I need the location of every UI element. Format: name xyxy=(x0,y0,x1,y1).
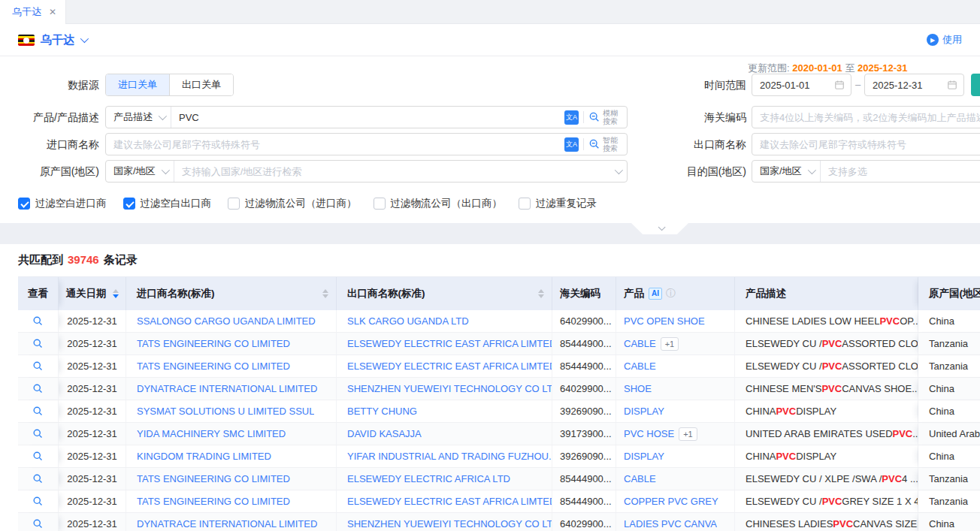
checkbox-icon[interactable] xyxy=(228,198,240,210)
importer-link[interactable]: DYNATRACE INTERNATIONAL LIMITED xyxy=(137,383,317,394)
product-link[interactable]: CABLE xyxy=(624,338,656,349)
checkbox-icon[interactable] xyxy=(18,198,30,210)
translate-icon[interactable]: 文A xyxy=(564,110,579,125)
exporter-input[interactable] xyxy=(752,134,980,155)
product-input[interactable] xyxy=(171,107,564,128)
view-cell[interactable] xyxy=(18,310,59,332)
view-cell[interactable] xyxy=(18,468,59,490)
collapse-panel-button[interactable] xyxy=(631,223,688,234)
product-link[interactable]: CABLE xyxy=(624,473,656,484)
importer-link[interactable]: TATS ENGINEERING CO LIMITED xyxy=(137,473,290,484)
checkbox-icon[interactable] xyxy=(374,198,386,210)
update-range-to: 2025-12-31 xyxy=(858,62,908,74)
quick-filter-icon[interactable] xyxy=(971,74,980,96)
importer-link[interactable]: TATS ENGINEERING CO LIMITED xyxy=(137,338,290,349)
importer-link[interactable]: KINGDOM TRADING LIMITED xyxy=(137,451,271,462)
view-cell[interactable] xyxy=(18,423,59,445)
smart-search-button[interactable]: 智能搜索 xyxy=(588,136,621,152)
view-detail-search-icon[interactable] xyxy=(32,473,44,484)
view-detail-search-icon[interactable] xyxy=(32,451,44,462)
importer-link[interactable]: DYNATRACE INTERNATIONAL LIMITED xyxy=(137,518,317,529)
view-detail-search-icon[interactable] xyxy=(32,496,44,507)
exporter-link[interactable]: SHENZHEN YUEWEIYI TECHNOLOGY CO LTD xyxy=(347,518,552,529)
col-date[interactable]: 通关日期 xyxy=(59,277,126,310)
close-icon[interactable]: ✕ xyxy=(49,7,56,17)
checkbox-icon[interactable] xyxy=(519,198,531,210)
product-link[interactable]: LADIES PVC CANVA xyxy=(624,518,717,529)
destination-type-select[interactable]: 国家/地区 xyxy=(752,161,821,182)
view-detail-search-icon[interactable] xyxy=(32,406,44,417)
product-link[interactable]: SHOE xyxy=(624,383,652,394)
filter-checkbox[interactable]: 过滤物流公司（出口商） xyxy=(374,197,503,210)
filter-checkbox[interactable]: 过滤重复记录 xyxy=(519,197,597,210)
country-name[interactable]: 乌干达 xyxy=(41,33,74,47)
sort-icon[interactable] xyxy=(538,289,544,298)
origin-label: 原产国(地区) xyxy=(0,160,99,183)
view-detail-search-icon[interactable] xyxy=(32,361,44,372)
product-link[interactable]: DISPLAY xyxy=(624,406,664,417)
date-to-input[interactable]: 2025-12-31 xyxy=(864,74,964,96)
exporter-link[interactable]: SHENZHEN YUEWEIYI TECHNOLOGY CO LTD xyxy=(347,383,552,394)
exporter-link[interactable]: ELSEWEDY ELECTRIC EAST AFRICA LIMTED xyxy=(347,496,552,507)
help-link[interactable]: ▶ 使用 xyxy=(927,33,962,47)
importer-link[interactable]: SSALONGO CARGO UGANDA LIMITED xyxy=(137,315,316,327)
view-cell[interactable] xyxy=(18,445,59,467)
product-link[interactable]: COPPER PVC GREY xyxy=(624,496,718,507)
tab-export-declarations[interactable]: 出口关单 xyxy=(170,74,233,95)
view-cell[interactable] xyxy=(18,513,59,531)
date-from-input[interactable]: 2025-01-01 xyxy=(752,74,851,96)
view-detail-search-icon[interactable] xyxy=(32,315,44,327)
filter-checkbox[interactable]: 过滤物流公司（进口商） xyxy=(228,197,357,210)
exporter-link[interactable]: SLK CARGO UGANDA LTD xyxy=(347,315,469,327)
importer-input[interactable] xyxy=(106,134,564,155)
update-range-joiner: 至 xyxy=(845,62,854,74)
view-detail-search-icon[interactable] xyxy=(32,383,44,394)
hs-code-input[interactable] xyxy=(752,107,980,128)
fuzzy-search-button[interactable]: 模糊搜索 xyxy=(588,109,621,125)
origin-cell: China xyxy=(918,445,980,467)
exporter-link[interactable]: ELSEWEDY ELECTRIC EAST AFRICA LIMTED xyxy=(347,338,552,349)
filter-checkbox[interactable]: 过滤空白进口商 xyxy=(18,197,107,210)
importer-link[interactable]: SYSMAT SOLUTIONS U LIMITED SSUL xyxy=(137,406,314,417)
exporter-link[interactable]: BETTY CHUNG xyxy=(347,406,417,417)
chevron-down-icon[interactable] xyxy=(80,35,89,43)
product-link[interactable]: DISPLAY xyxy=(624,451,664,462)
view-detail-search-icon[interactable] xyxy=(32,428,44,439)
view-detail-search-icon[interactable] xyxy=(32,338,44,349)
product-link[interactable]: PVC HOSE xyxy=(624,428,674,439)
importer-link[interactable]: TATS ENGINEERING CO LIMITED xyxy=(137,361,290,372)
product-type-select[interactable]: 产品描述 xyxy=(106,107,171,128)
exporter-link[interactable]: DAVID KASAJJA xyxy=(347,428,422,439)
description-cell: ELSEWEDY CU /PVC GREY SIZE 1 X 4... xyxy=(735,490,918,512)
destination-input[interactable] xyxy=(821,161,980,182)
view-cell[interactable] xyxy=(18,490,59,512)
col-exporter[interactable]: 出口商名称(标准) xyxy=(337,277,552,310)
tab-import-declarations[interactable]: 进口关单 xyxy=(106,74,170,95)
col-importer[interactable]: 进口商名称(标准) xyxy=(126,277,337,310)
importer-link[interactable]: YIDA MACHINERY SMC LIMITED xyxy=(137,428,286,439)
view-detail-search-icon[interactable] xyxy=(32,518,44,529)
hs-code-cell: 85444900... xyxy=(552,355,616,377)
view-cell[interactable] xyxy=(18,400,59,422)
exporter-link[interactable]: ELSEWEDY ELECTRIC AFRICA LTD xyxy=(347,473,510,484)
origin-input[interactable] xyxy=(174,161,615,182)
exporter-link[interactable]: ELSEWEDY ELECTRIC EAST AFRICA LIMTED xyxy=(347,361,552,372)
sort-icon[interactable] xyxy=(322,289,328,298)
view-cell[interactable] xyxy=(18,378,59,400)
product-link[interactable]: CABLE xyxy=(624,361,656,372)
info-icon[interactable]: ⓘ xyxy=(666,287,676,300)
table-row: 2025-12-31 TATS ENGINEERING CO LIMITED E… xyxy=(18,355,980,378)
importer-link[interactable]: TATS ENGINEERING CO LIMITED xyxy=(137,496,290,507)
origin-type-select[interactable]: 国家/地区 xyxy=(106,161,174,182)
filter-checkbox[interactable]: 过滤空白出口商 xyxy=(123,197,212,210)
more-products-badge[interactable]: +1 xyxy=(661,337,679,351)
more-products-badge[interactable]: +1 xyxy=(679,427,697,441)
view-cell[interactable] xyxy=(18,355,59,377)
exporter-link[interactable]: YIFAR INDUSTRIAL AND TRADING FUZHOU... xyxy=(347,451,552,462)
tab-uganda[interactable]: 乌干达 ✕ xyxy=(0,0,66,24)
sort-icon[interactable] xyxy=(113,289,119,298)
product-link[interactable]: PVC OPEN SHOE xyxy=(624,315,705,327)
view-cell[interactable] xyxy=(18,333,59,355)
checkbox-icon[interactable] xyxy=(123,198,135,210)
translate-icon[interactable]: 文A xyxy=(564,137,579,152)
